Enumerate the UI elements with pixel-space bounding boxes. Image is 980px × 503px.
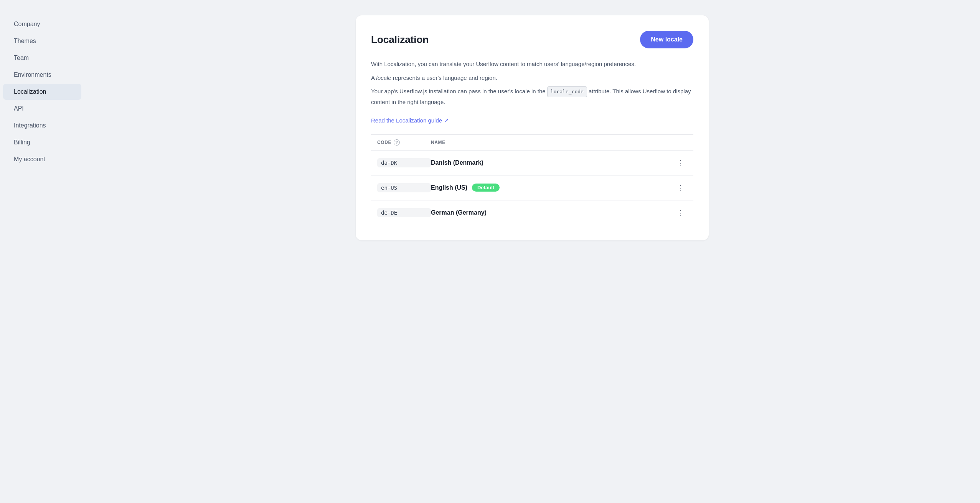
more-options-button[interactable]: ⋮	[673, 182, 687, 194]
more-options-button[interactable]: ⋮	[673, 207, 687, 219]
page-title: Localization	[371, 34, 429, 46]
more-options-button[interactable]: ⋮	[673, 157, 687, 169]
localization-card: Localization New locale With Localizatio…	[356, 15, 709, 240]
locale-name-cell: Danish (Denmark)	[431, 159, 673, 166]
table-header: CODE ? NAME	[371, 135, 693, 151]
description-line1: With Localization, you can translate you…	[371, 59, 693, 69]
locale-name-cell: English (US)Default	[431, 184, 673, 192]
table-row: da-DKDanish (Denmark)⋮	[371, 151, 693, 175]
read-guide-link[interactable]: Read the Localization guide ↗	[371, 117, 449, 124]
default-badge: Default	[472, 184, 500, 192]
sidebar: CompanyThemesTeamEnvironmentsLocalizatio…	[0, 0, 84, 503]
description-line3: Your app's Userflow.js installation can …	[371, 86, 693, 107]
main-content: Localization New locale With Localizatio…	[84, 0, 980, 503]
locale-code-cell: en-US	[377, 183, 431, 192]
locale-code-badge: locale_code	[547, 86, 587, 97]
locale-name-cell: German (Germany)	[431, 209, 673, 216]
table-row: de-DEGerman (Germany)⋮	[371, 200, 693, 225]
code-help-icon[interactable]: ?	[394, 139, 400, 146]
sidebar-item-api[interactable]: API	[3, 101, 81, 117]
sidebar-item-themes[interactable]: Themes	[3, 33, 81, 49]
table-rows: da-DKDanish (Denmark)⋮en-USEnglish (US)D…	[371, 151, 693, 225]
locale-code-cell: da-DK	[377, 158, 431, 167]
sidebar-item-environments[interactable]: Environments	[3, 67, 81, 83]
sidebar-item-team[interactable]: Team	[3, 50, 81, 66]
sidebar-item-integrations[interactable]: Integrations	[3, 117, 81, 134]
table-row: en-USEnglish (US)Default⋮	[371, 175, 693, 200]
sidebar-item-my-account[interactable]: My account	[3, 151, 81, 167]
external-link-icon: ↗	[444, 117, 449, 123]
sidebar-item-company[interactable]: Company	[3, 16, 81, 32]
card-header: Localization New locale	[371, 31, 693, 48]
locales-table: CODE ? NAME da-DKDanish (Denmark)⋮en-USE…	[371, 134, 693, 225]
new-locale-button[interactable]: New locale	[640, 31, 693, 48]
locale-code-cell: de-DE	[377, 208, 431, 217]
col-name-header: NAME	[431, 140, 687, 145]
description-line2: A locale represents a user's language an…	[371, 73, 693, 83]
locale-italic: locale	[376, 74, 391, 81]
sidebar-item-localization[interactable]: Localization	[3, 84, 81, 100]
col-code-header: CODE ?	[377, 139, 431, 146]
sidebar-item-billing[interactable]: Billing	[3, 134, 81, 151]
